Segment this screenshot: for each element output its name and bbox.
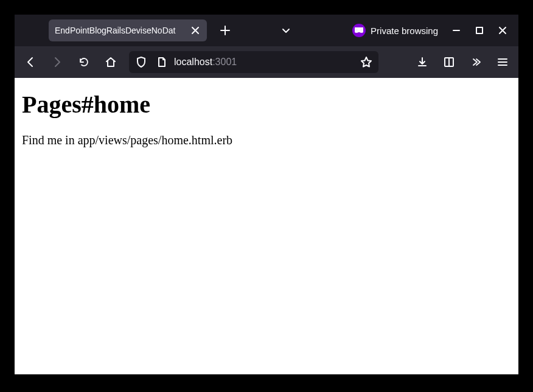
url-domain: localhost xyxy=(174,57,212,68)
mask-icon xyxy=(352,24,366,37)
tab-title: EndPointBlogRailsDeviseNoDat xyxy=(55,26,185,35)
close-window-button[interactable] xyxy=(492,19,514,41)
back-button[interactable] xyxy=(19,51,41,73)
svg-point-1 xyxy=(360,29,362,31)
navigation-bar: localhost:3001 xyxy=(15,46,518,78)
forward-button[interactable] xyxy=(46,51,68,73)
page-heading: Pages#home xyxy=(22,90,511,119)
downloads-button[interactable] xyxy=(411,51,433,73)
overflow-button[interactable] xyxy=(465,51,487,73)
tab-bar: EndPointBlogRailsDeviseNoDat Private bro… xyxy=(15,15,518,46)
maximize-button[interactable] xyxy=(469,19,490,41)
reader-view-button[interactable] xyxy=(438,51,460,73)
new-tab-button[interactable] xyxy=(214,19,236,41)
bookmark-button[interactable] xyxy=(358,54,375,71)
page-icon xyxy=(153,54,170,71)
svg-point-0 xyxy=(356,29,358,31)
shield-icon[interactable] xyxy=(133,54,150,71)
page-body-text: Find me in app/views/pages/home.html.erb xyxy=(22,133,511,147)
browser-tab[interactable]: EndPointBlogRailsDeviseNoDat xyxy=(49,19,207,41)
tabs-dropdown-button[interactable] xyxy=(275,19,297,41)
address-bar[interactable]: localhost:3001 xyxy=(129,51,378,73)
minimize-button[interactable] xyxy=(445,19,467,41)
reload-button[interactable] xyxy=(73,51,95,73)
url-port: :3001 xyxy=(212,57,237,68)
private-browsing-indicator: Private browsing xyxy=(352,24,438,37)
page-content: Pages#home Find me in app/views/pages/ho… xyxy=(15,78,518,374)
svg-rect-2 xyxy=(476,27,482,33)
menu-button[interactable] xyxy=(492,51,514,73)
window-controls xyxy=(445,19,514,41)
close-tab-button[interactable] xyxy=(190,25,201,36)
private-browsing-label: Private browsing xyxy=(371,26,438,36)
home-button[interactable] xyxy=(100,51,122,73)
browser-window: EndPointBlogRailsDeviseNoDat Private bro… xyxy=(15,15,518,374)
url-text[interactable]: localhost:3001 xyxy=(174,57,354,68)
